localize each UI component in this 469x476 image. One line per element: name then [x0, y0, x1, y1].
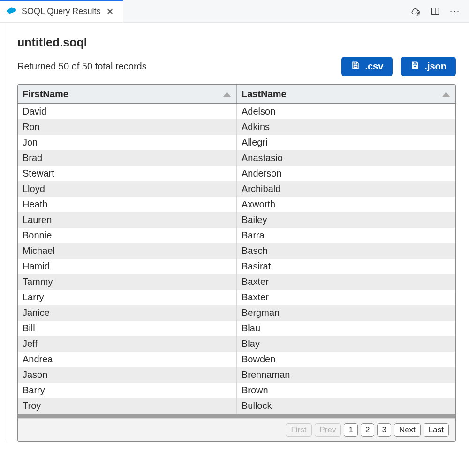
content-area: untitled.soql Returned 50 of 50 total re… [4, 23, 469, 442]
cell-firstname: Troy [18, 398, 237, 414]
cell-firstname: Janice [18, 305, 237, 321]
cell-lastname: Archibald [237, 181, 456, 197]
cell-lastname: Brennaman [237, 367, 456, 383]
cell-firstname: Tammy [18, 274, 237, 290]
svg-rect-3 [354, 66, 357, 68]
cell-firstname: Bill [18, 321, 237, 336]
more-actions-icon[interactable]: ··· [449, 6, 461, 17]
table-row: HeathAxworth [18, 197, 455, 212]
cell-lastname: Basirat [237, 259, 456, 274]
table-row: RonAdkins [18, 119, 455, 135]
cell-lastname: Bailey [237, 212, 456, 228]
pager: First Prev 123 Next Last [18, 418, 455, 441]
table-row: HamidBasirat [18, 259, 455, 274]
cell-lastname: Blau [237, 321, 456, 336]
pager-page-button[interactable]: 3 [377, 423, 391, 437]
cell-firstname: Jason [18, 367, 237, 383]
cell-firstname: Bonnie [18, 228, 237, 243]
column-header-label: LastName [242, 89, 287, 99]
cell-lastname: Bullock [237, 398, 456, 414]
cell-lastname: Adkins [237, 119, 456, 135]
table-row: TammyBaxter [18, 274, 455, 290]
page-title: untitled.soql [17, 36, 456, 49]
table-row: JonAllegri [18, 135, 455, 150]
table-row: BonnieBarra [18, 228, 455, 243]
sort-asc-icon [442, 92, 450, 97]
column-header-firstname[interactable]: FirstName [18, 85, 237, 104]
results-table: FirstName LastName DavidAdelsonRonAdkins… [18, 85, 455, 414]
cell-firstname: Andrea [18, 352, 237, 367]
export-json-label: .json [424, 61, 446, 72]
cell-firstname: Stewart [18, 166, 237, 181]
export-buttons: .csv .json [341, 57, 456, 76]
table-row: LaurenBailey [18, 212, 455, 228]
table-row: BarryBrown [18, 383, 455, 398]
results-table-container: FirstName LastName DavidAdelsonRonAdkins… [17, 84, 456, 442]
column-header-lastname[interactable]: LastName [237, 85, 456, 104]
tab-title: SOQL Query Results [22, 7, 100, 16]
table-row: JasonBrennaman [18, 367, 455, 383]
cell-lastname: Blay [237, 336, 456, 352]
table-row: JeffBlay [18, 336, 455, 352]
cell-firstname: David [18, 104, 237, 120]
cell-firstname: Barry [18, 383, 237, 398]
active-tab[interactable]: SOQL Query Results ✕ [0, 0, 123, 22]
pager-page-button[interactable]: 2 [361, 423, 374, 437]
cell-lastname: Allegri [237, 135, 456, 150]
cell-firstname: Lloyd [18, 181, 237, 197]
cell-lastname: Baxter [237, 274, 456, 290]
table-row: TroyBullock [18, 398, 455, 414]
table-row: BillBlau [18, 321, 455, 336]
export-csv-button[interactable]: .csv [341, 57, 393, 76]
cell-firstname: Lauren [18, 212, 237, 228]
table-row: JaniceBergman [18, 305, 455, 321]
close-icon[interactable]: ✕ [105, 7, 114, 16]
save-icon [410, 61, 420, 72]
salesforce-cloud-icon [7, 7, 17, 16]
table-row: MichaelBasch [18, 243, 455, 259]
cell-firstname: Jon [18, 135, 237, 150]
tab-bar: SOQL Query Results ✕ ··· [0, 0, 469, 23]
split-editor-icon[interactable] [430, 6, 441, 17]
cell-firstname: Brad [18, 150, 237, 166]
export-csv-label: .csv [365, 61, 383, 72]
record-count: Returned 50 of 50 total records [17, 61, 147, 72]
cell-lastname: Anastasio [237, 150, 456, 166]
pager-first-button[interactable]: First [286, 423, 311, 437]
meta-row: Returned 50 of 50 total records .csv .js… [17, 57, 456, 76]
cell-firstname: Ron [18, 119, 237, 135]
cell-firstname: Heath [18, 197, 237, 212]
cell-firstname: Jeff [18, 336, 237, 352]
cell-firstname: Michael [18, 243, 237, 259]
sort-asc-icon [223, 92, 231, 97]
column-header-label: FirstName [23, 89, 68, 99]
save-icon [351, 61, 360, 72]
cell-lastname: Bowden [237, 352, 456, 367]
cell-lastname: Barra [237, 228, 456, 243]
cell-lastname: Brown [237, 383, 456, 398]
cell-lastname: Bergman [237, 305, 456, 321]
cell-firstname: Hamid [18, 259, 237, 274]
pager-page-button[interactable]: 1 [344, 423, 357, 437]
table-row: DavidAdelson [18, 104, 455, 120]
pager-next-button[interactable]: Next [394, 423, 421, 437]
cloud-retrieve-icon[interactable] [410, 6, 421, 17]
cell-lastname: Adelson [237, 104, 456, 120]
table-row: LloydArchibald [18, 181, 455, 197]
cell-lastname: Baxter [237, 290, 456, 305]
cell-lastname: Axworth [237, 197, 456, 212]
table-row: BradAnastasio [18, 150, 455, 166]
cell-lastname: Basch [237, 243, 456, 259]
cell-firstname: Larry [18, 290, 237, 305]
svg-rect-4 [414, 66, 417, 68]
table-header-row: FirstName LastName [18, 85, 455, 104]
table-row: LarryBaxter [18, 290, 455, 305]
editor-actions: ··· [410, 6, 469, 17]
table-row: AndreaBowden [18, 352, 455, 367]
table-row: StewartAnderson [18, 166, 455, 181]
table-scrollbar[interactable] [18, 414, 455, 418]
cell-lastname: Anderson [237, 166, 456, 181]
pager-last-button[interactable]: Last [424, 423, 449, 437]
export-json-button[interactable]: .json [401, 57, 456, 76]
pager-prev-button[interactable]: Prev [315, 423, 341, 437]
